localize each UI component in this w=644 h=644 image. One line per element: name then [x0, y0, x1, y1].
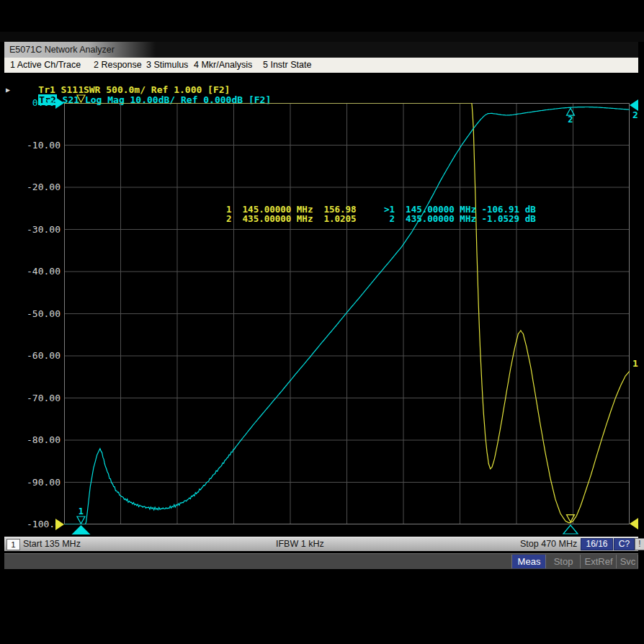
status-badge-1616: 16/16 [581, 538, 613, 550]
window-titlebar[interactable]: E5071C Network Analyzer [4, 42, 638, 58]
extref-button[interactable]: ExtRef [580, 555, 617, 568]
instrument-status-strip: MeasStopExtRefSvc [4, 553, 638, 569]
trace2-label[interactable]: Tr2 S21 Log Mag 10.00dB/ Ref 0.000dB [F2… [16, 85, 271, 95]
desktop: E5071C Network Analyzer 1 Active Ch/Trac… [0, 0, 644, 644]
y-axis-label: -100.0 [16, 519, 61, 530]
status-badge-: ! [635, 538, 644, 550]
stop-button[interactable]: Stop [545, 555, 581, 568]
meas-button[interactable]: Meas [511, 555, 546, 568]
y-axis-label: -80.00 [16, 434, 61, 446]
graticule-plot-area [64, 103, 630, 524]
menu-item-3[interactable]: 3 Stimulus [146, 60, 188, 70]
stop-frequency[interactable]: Stop 470 MHz [520, 539, 577, 549]
y-axis-label: -30.00 [16, 224, 61, 236]
menu-bar: 1 Active Ch/Trace2 Response3 Stimulus4 M… [4, 58, 638, 73]
menu-item-4[interactable]: 4 Mkr/Analysis [194, 60, 252, 70]
menu-item-1[interactable]: 1 Active Ch/Trace [10, 60, 81, 70]
y-axis-label: -70.00 [16, 393, 61, 404]
trace1-label[interactable]: Tr1 S11 SWR 500.0m/ Ref 1.000 [F2] [16, 75, 230, 85]
desktop-band [0, 32, 644, 42]
status-bar: 1 Start 135 MHz IFBW 1 kHz Stop 470 MHz … [4, 537, 638, 551]
y-axis-label: -10.00 [16, 140, 61, 151]
y-axis-label: -90.00 [16, 477, 61, 488]
menu-item-5[interactable]: 5 Instr State [263, 60, 311, 70]
marker-readout-tr1-row2: 2 435.00000 MHz 1.0205 [226, 214, 357, 223]
y-axis-label: -40.00 [16, 266, 61, 277]
window-title: E5071C Network Analyzer [9, 45, 115, 55]
ifbw-value[interactable]: IFBW 1 kHz [276, 539, 324, 549]
button-strip-divider [638, 555, 638, 568]
y-axis-label: -50.00 [16, 308, 61, 320]
marker-readout-tr2-row2: 2 435.00000 MHz -1.0529 dB [384, 214, 536, 223]
y-axis-label: -60.00 [16, 350, 61, 362]
start-frequency[interactable]: Start 135 MHz [23, 539, 81, 549]
active-trace-arrow-icon: ▶ [6, 86, 10, 94]
svc-button[interactable]: Svc [616, 555, 639, 568]
y-axis-label: -20.00 [16, 182, 61, 193]
menu-item-2[interactable]: 2 Response [94, 60, 142, 70]
status-badge-c: C? [614, 538, 635, 550]
channel-number-box: 1 [6, 539, 20, 550]
y-axis-label: 0.000 [16, 97, 61, 109]
